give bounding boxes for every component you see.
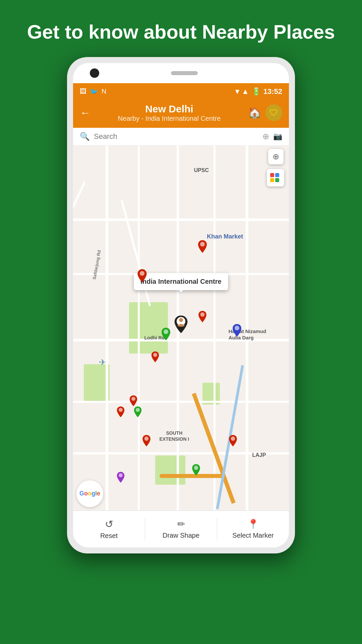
draw-shape-button[interactable]: ✏ Draw Shape: [145, 511, 217, 547]
status-left-icons: 🖼 🐦 N: [80, 88, 106, 96]
svg-point-4: [153, 353, 157, 357]
svg-point-6: [119, 408, 123, 412]
marker-red-6[interactable]: [116, 406, 125, 419]
google-e: e: [97, 490, 100, 497]
page-title: Get to know about Nearby Places: [0, 0, 362, 57]
svg-point-12: [235, 326, 239, 330]
google-g2: g: [92, 490, 95, 497]
bottom-navigation: ↺ Reset ✏ Draw Shape 📍 Select Marker: [73, 511, 289, 547]
airport-icon: ✈: [99, 357, 106, 368]
marker-green-2[interactable]: [133, 406, 142, 419]
svg-point-15: [179, 318, 183, 322]
search-input[interactable]: [94, 132, 258, 141]
clock: 13:52: [263, 87, 282, 96]
svg-point-3: [200, 312, 205, 317]
wifi-icon: ▾: [235, 87, 239, 96]
shield-icon: 🛡: [269, 108, 278, 118]
map-container[interactable]: UPSC Khan Market Hazrat NizamudAulia Dar…: [73, 146, 289, 511]
marker-green-1[interactable]: [161, 327, 171, 342]
google-o2: o: [88, 490, 92, 497]
marker-red-3[interactable]: [198, 310, 207, 324]
camera: [90, 68, 99, 78]
phone-screen: 🖼 🐦 N ▾ ▲ 🔋 13:52 ← New Delhi Nearby - I…: [73, 63, 289, 547]
location-subtitle: Nearby - India International Centre: [90, 115, 248, 122]
svg-point-9: [164, 329, 168, 334]
marker-red-7[interactable]: [142, 434, 151, 448]
app-bar-center: New Delhi Nearby - India International C…: [90, 103, 248, 122]
svg-point-1: [140, 271, 144, 276]
marker-red-4[interactable]: [151, 351, 160, 364]
draw-shape-label: Draw Shape: [163, 532, 199, 539]
profile-badge[interactable]: 🛡: [265, 104, 282, 121]
app-bar: ← New Delhi Nearby - India International…: [73, 100, 289, 128]
back-button[interactable]: ←: [80, 107, 90, 119]
google-g: G: [79, 490, 84, 497]
khan-market-label: Khan Market: [207, 233, 243, 240]
reset-icon: ↺: [105, 518, 113, 530]
image-icon: 🖼: [80, 88, 86, 95]
svg-point-8: [231, 436, 235, 441]
marker-red-1[interactable]: [137, 269, 147, 284]
info-window[interactable]: India International Centre: [134, 273, 228, 290]
status-right-area: ▾ ▲ 🔋 13:52: [235, 87, 282, 96]
camera-search-icon[interactable]: 📷: [273, 132, 282, 141]
location-target-icon[interactable]: ⊕: [262, 132, 269, 141]
svg-point-13: [119, 473, 123, 477]
svg-point-2: [200, 242, 205, 247]
marker-red-8[interactable]: [228, 434, 238, 448]
draw-shape-icon: ✏: [177, 519, 185, 530]
google-logo: G o o g l e: [76, 480, 103, 507]
search-bar: 🔍 ⊕ 📷: [73, 128, 289, 146]
reset-button[interactable]: ↺ Reset: [73, 511, 145, 547]
city-title: New Delhi: [90, 103, 248, 115]
twitter-icon: 🐦: [90, 88, 98, 96]
marker-red-2[interactable]: [197, 239, 207, 255]
marker-green-3[interactable]: [191, 464, 201, 478]
phone-frame: 🖼 🐦 N ▾ ▲ 🔋 13:52 ← New Delhi Nearby - I…: [67, 57, 295, 553]
signal-icon: ▲: [242, 87, 249, 96]
notch-area: [73, 63, 289, 83]
google-o1: o: [84, 490, 88, 497]
target-icon: ⊕: [273, 152, 279, 161]
speaker: [171, 71, 198, 75]
layers-button[interactable]: [267, 169, 284, 186]
n-icon: N: [102, 88, 106, 95]
reset-label: Reset: [100, 532, 118, 540]
select-marker-label: Select Marker: [232, 532, 274, 539]
road-v1: [106, 146, 108, 511]
grid-icon: [270, 173, 279, 182]
home-button[interactable]: 🏠: [248, 106, 261, 119]
search-icon: 🔍: [80, 132, 90, 141]
info-window-text: India International Centre: [140, 278, 221, 285]
south-ext-label: SOUTHEXTENSION I: [160, 430, 189, 442]
location-button[interactable]: ⊕: [268, 149, 284, 164]
lajp-label: LAJP: [252, 452, 266, 458]
svg-point-5: [131, 397, 135, 401]
select-marker-button[interactable]: 📍 Select Marker: [217, 511, 289, 547]
svg-point-7: [144, 436, 149, 441]
upsc-label: UPSC: [194, 167, 209, 173]
park-area-4: [155, 455, 185, 485]
status-bar: 🖼 🐦 N ▾ ▲ 🔋 13:52: [73, 83, 289, 100]
header-section: Get to know about Nearby Places: [0, 0, 362, 57]
select-marker-icon: 📍: [247, 519, 259, 530]
user-location-marker[interactable]: [173, 315, 189, 335]
road-v2: [138, 146, 140, 511]
marker-blue-1[interactable]: [232, 323, 242, 339]
svg-point-10: [136, 408, 140, 412]
marker-purple-1[interactable]: [116, 471, 125, 485]
battery-icon: 🔋: [252, 87, 261, 96]
svg-point-11: [194, 466, 198, 470]
